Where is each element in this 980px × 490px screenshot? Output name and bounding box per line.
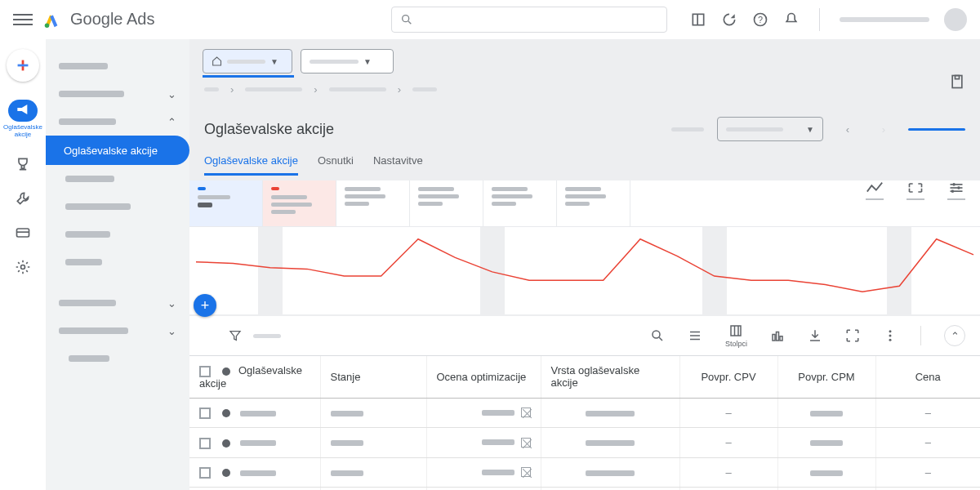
table-row[interactable]: – – <box>189 428 980 458</box>
gear-icon <box>15 259 31 275</box>
svg-point-0 <box>45 23 50 28</box>
cell-skeleton <box>810 411 843 416</box>
filter-icon[interactable] <box>229 329 242 342</box>
cell-dash: – <box>679 428 777 458</box>
subtabs: Oglaševalske akcije Osnutki Nastavitve <box>189 148 980 176</box>
breadcrumb-item[interactable] <box>245 87 302 91</box>
help-icon[interactable]: ? <box>752 11 768 28</box>
columns-button[interactable]: Stolpci <box>725 323 747 348</box>
nav-item[interactable] <box>46 345 189 372</box>
create-button[interactable] <box>7 49 39 82</box>
nav-item[interactable] <box>46 52 189 80</box>
col-price[interactable]: Cena <box>875 356 980 399</box>
tab-campaigns[interactable]: Oglaševalske akcije <box>204 148 298 176</box>
nav-item[interactable] <box>46 248 189 276</box>
cell-skeleton <box>240 411 276 416</box>
table-body: – – – – <box>189 398 980 490</box>
refresh-icon[interactable] <box>721 11 737 28</box>
svg-rect-4 <box>697 14 698 24</box>
reports-icon[interactable] <box>690 11 706 28</box>
row-checkbox[interactable] <box>199 408 211 419</box>
search-input[interactable] <box>391 7 667 33</box>
rail-campaigns[interactable]: Oglaševalske akcije <box>0 100 46 138</box>
active-underline <box>203 75 294 78</box>
save-view-icon[interactable] <box>949 74 965 92</box>
segment-button[interactable] <box>688 328 702 343</box>
col-campaign[interactable]: Oglaševalske akcije <box>189 356 320 399</box>
nav-item-expandable[interactable]: ⌄ <box>46 289 189 317</box>
tab-settings[interactable]: Nastavitve <box>373 148 423 176</box>
col-status[interactable]: Stanje <box>320 356 426 399</box>
chart-type-button[interactable] <box>866 180 884 200</box>
nav-item-expandable[interactable]: ⌄ <box>46 317 189 345</box>
adjust-button[interactable] <box>947 180 965 200</box>
checkbox-all[interactable] <box>199 366 211 377</box>
table-row[interactable]: – – <box>189 457 980 488</box>
rail-tools[interactable] <box>15 190 31 207</box>
rail-admin[interactable] <box>15 259 31 275</box>
svg-point-32 <box>889 335 892 337</box>
cell-skeleton <box>482 470 514 475</box>
header-bar: Google Ads ? <box>0 0 980 39</box>
nav-item[interactable] <box>46 220 189 248</box>
col-cpm[interactable]: Povpr. CPM <box>777 356 875 399</box>
campaign-scope-dropdown[interactable]: ▼ <box>301 49 394 74</box>
status-dot-icon <box>222 409 230 417</box>
reports-button[interactable] <box>770 328 785 343</box>
date-range-dropdown[interactable]: ▼ <box>717 117 823 141</box>
col-cpv[interactable]: Povpr. CPV <box>679 356 777 399</box>
rail-goals[interactable] <box>15 156 31 172</box>
cell-dash: – <box>875 457 980 488</box>
divider <box>920 326 921 345</box>
breadcrumb-item[interactable] <box>329 87 386 91</box>
account-scope-dropdown[interactable]: ▼ <box>203 49 292 74</box>
rail-billing[interactable] <box>15 225 31 241</box>
row-checkbox[interactable] <box>199 438 211 449</box>
scorecard-red[interactable] <box>263 180 336 226</box>
brand-text: Google Ads <box>70 10 154 29</box>
expand-button[interactable] <box>906 180 924 200</box>
nav-item-expandable[interactable]: ⌄ <box>46 80 189 108</box>
nav-item-expandable[interactable]: ⌃ <box>46 108 189 136</box>
svg-rect-25 <box>731 326 741 336</box>
download-button[interactable] <box>808 328 822 343</box>
tab-drafts[interactable]: Osnutki <box>318 148 354 176</box>
label-skeleton <box>671 127 704 131</box>
more-button[interactable] <box>883 328 898 343</box>
cell-skeleton <box>586 411 635 416</box>
scorecard[interactable] <box>483 180 557 226</box>
cell-skeleton <box>810 470 843 476</box>
rail-campaigns-label: Oglaševalske akcije <box>0 123 46 138</box>
scorecard[interactable] <box>336 180 410 226</box>
nav-item[interactable] <box>46 193 189 220</box>
table-header-row: Oglaševalske akcije Stanje Ocena optimiz… <box>189 356 980 399</box>
collapse-button[interactable]: ⌃ <box>944 325 965 346</box>
breadcrumb-item[interactable] <box>412 87 437 91</box>
no-data-icon <box>521 408 531 417</box>
scorecard[interactable] <box>557 180 630 226</box>
bell-icon[interactable] <box>783 11 800 28</box>
row-checkbox[interactable] <box>199 467 211 479</box>
add-campaign-fab[interactable]: + <box>194 294 216 317</box>
menu-icon[interactable] <box>13 10 33 29</box>
status-dot-icon <box>222 368 230 376</box>
cell-dash: – <box>875 398 980 428</box>
scorecard[interactable] <box>410 180 483 226</box>
breadcrumb-item[interactable] <box>204 87 219 91</box>
table-search-button[interactable] <box>650 328 665 343</box>
fullscreen-button[interactable] <box>845 328 860 343</box>
scorecard-blue[interactable] <box>189 180 263 226</box>
cell-skeleton <box>331 411 363 416</box>
line-chart <box>189 226 980 314</box>
avatar[interactable] <box>944 8 967 31</box>
col-optscore[interactable]: Ocena optimizacije <box>426 356 541 399</box>
col-type[interactable]: Vrsta oglaševalske akcije <box>541 356 679 399</box>
side-nav: ⌄ ⌃ Oglaševalske akcije ⌄ ⌄ <box>46 39 189 490</box>
panel <box>189 180 980 314</box>
nav-item[interactable] <box>46 165 189 193</box>
table-row[interactable]: – – <box>189 398 980 428</box>
svg-point-33 <box>889 339 892 341</box>
date-next-button[interactable]: › <box>872 118 895 140</box>
nav-item-campaigns[interactable]: Oglaševalske akcije <box>46 136 189 165</box>
date-prev-button[interactable]: ‹ <box>836 118 859 140</box>
